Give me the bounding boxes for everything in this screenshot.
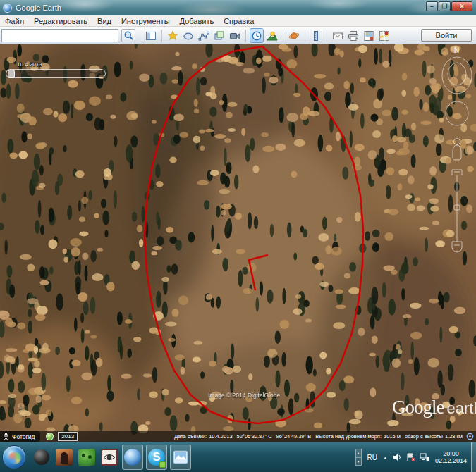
tray-clock[interactable]: 20:00 02.12.2014 (435, 450, 467, 464)
pegman-icon (3, 433, 9, 440)
add-path-button[interactable] (197, 28, 211, 43)
menu-help[interactable]: Справка (219, 15, 259, 27)
add-image-overlay-icon (214, 30, 225, 42)
toolbar: Войти (0, 27, 476, 44)
eye-viewer-app-button[interactable] (101, 449, 118, 466)
save-image-button[interactable] (362, 28, 376, 43)
search-input[interactable] (1, 29, 118, 42)
photo-viewer-taskbar-button[interactable] (170, 445, 191, 470)
add-path-icon (198, 30, 209, 42)
show-desktop-button[interactable] (471, 442, 476, 472)
menu-bar: Файл Редактировать Вид Инструменты Добав… (0, 15, 476, 27)
dark-sphere-app-icon (34, 449, 49, 465)
print-button[interactable] (346, 28, 360, 43)
skype-status-badge (159, 461, 166, 468)
record-tour-button[interactable] (228, 28, 242, 43)
record-tour-icon (229, 30, 240, 42)
photo-guide-label: Фотогид (12, 433, 35, 440)
status-bar: Фотогид 2013 Дата съемки: 10.4.2013 52°0… (0, 431, 476, 442)
menu-add[interactable]: Добавить (175, 15, 219, 27)
time-slider-date-label: 10.4.2013 (17, 61, 42, 68)
pegman-control[interactable] (453, 139, 461, 161)
sunlight-icon (267, 30, 278, 42)
eye-altitude-label: обзор с высоты (405, 433, 443, 440)
elevation-value: 1015 м (384, 433, 401, 440)
look-joystick[interactable]: N (442, 46, 472, 94)
google-earth-logo-icon (3, 4, 12, 13)
historical-imagery-icon (251, 30, 262, 42)
imagery-year-badge[interactable]: 2013 (58, 432, 78, 441)
eye-altitude-icon (466, 433, 474, 440)
planets-icon (288, 30, 300, 42)
add-placemark-icon (167, 30, 178, 42)
add-placemark-button[interactable] (166, 28, 180, 43)
view-in-google-maps-button[interactable] (377, 28, 391, 43)
title-bar[interactable]: Google Earth – ❐ X (0, 0, 476, 15)
longitude-value: 96°24'49.39" В (276, 433, 312, 440)
start-button[interactable] (2, 445, 26, 469)
search-button[interactable] (121, 29, 135, 42)
photo-guide-button[interactable]: Фотогид (0, 431, 40, 442)
search-icon (123, 30, 134, 41)
google-earth-window: Google Earth – ❐ X Файл Редактировать Ви… (0, 0, 476, 472)
navigation-controls: N (439, 44, 475, 263)
time-slider[interactable]: 10.4.2013 (6, 61, 110, 80)
print-icon (348, 30, 359, 42)
eye-altitude-value: 1.28 км (445, 433, 463, 440)
capture-date-value: 10.4.2013 (209, 433, 232, 440)
time-slider-track[interactable] (6, 69, 106, 78)
skype-taskbar-button[interactable]: S (146, 445, 167, 470)
action-center-flag-icon[interactable] (406, 453, 415, 461)
add-image-overlay-button[interactable] (212, 28, 226, 43)
google-earth-taskbar-button[interactable] (122, 445, 143, 470)
imagery-copyright: Image © 2014 DigitalGlobe (208, 392, 280, 399)
portrait-image-app-button[interactable] (56, 449, 73, 466)
hidden-icons-button[interactable]: ▲ (383, 455, 388, 460)
network-icon[interactable] (420, 453, 429, 461)
tray-scroll-buttons[interactable]: ▲ ▼ (355, 449, 362, 466)
close-button[interactable]: X (451, 1, 472, 11)
google-wordmark: Google (392, 397, 444, 418)
planets-button[interactable] (287, 28, 301, 43)
speaker-icon[interactable] (393, 453, 402, 461)
email-button[interactable] (331, 28, 345, 43)
elevation-label: Высота над уровнем моря: (315, 433, 382, 440)
ruler-button[interactable] (309, 28, 323, 43)
view-in-google-maps-icon (379, 30, 390, 42)
time-slider-handle[interactable] (8, 70, 15, 78)
tray-date: 02.12.2014 (435, 457, 467, 464)
google-earth-watermark: Googleearth (392, 397, 476, 418)
sunlight-button[interactable] (265, 28, 279, 43)
historical-imagery-button[interactable] (250, 28, 264, 43)
save-image-icon (363, 30, 374, 42)
system-tray: ▲ ▼ RU ▲ 20:00 02.12.2014 (355, 442, 476, 472)
menu-tools[interactable]: Инструменты (116, 15, 175, 27)
capture-date-label: Дата съемки: (174, 433, 207, 440)
language-indicator[interactable]: RU (367, 454, 377, 461)
latitude-value: 52°06'30.87" С (237, 433, 272, 440)
ruler-icon (310, 30, 322, 42)
add-polygon-button[interactable] (181, 28, 195, 43)
menu-file[interactable]: Файл (0, 15, 29, 27)
satellite-imagery[interactable] (0, 44, 476, 442)
photo-viewer-icon (172, 449, 189, 466)
maximize-button[interactable]: ❐ (439, 1, 451, 11)
dark-sphere-app-button[interactable] (33, 449, 50, 466)
email-icon (332, 30, 343, 42)
window-title: Google Earth (16, 4, 61, 12)
tray-scroll-up-icon[interactable]: ▲ (355, 449, 362, 457)
move-joystick[interactable] (446, 101, 468, 125)
map-viewport[interactable]: 10.4.2013 N (0, 44, 476, 442)
sign-in-button[interactable]: Войти (421, 29, 472, 42)
menu-view[interactable]: Вид (92, 15, 116, 27)
zoom-slider[interactable] (452, 170, 462, 252)
toggle-sidebar-button[interactable] (144, 28, 158, 43)
toggle-sidebar-icon (145, 30, 157, 42)
windows-taskbar: S ▲ ▼ RU ▲ (0, 442, 476, 472)
add-polygon-icon (183, 30, 194, 42)
photos-layer-icon[interactable] (46, 433, 54, 440)
green-creature-app-button[interactable] (78, 449, 95, 466)
minimize-button[interactable]: – (426, 1, 438, 11)
menu-edit[interactable]: Редактировать (29, 15, 92, 27)
tray-scroll-down-icon[interactable]: ▼ (355, 457, 362, 466)
